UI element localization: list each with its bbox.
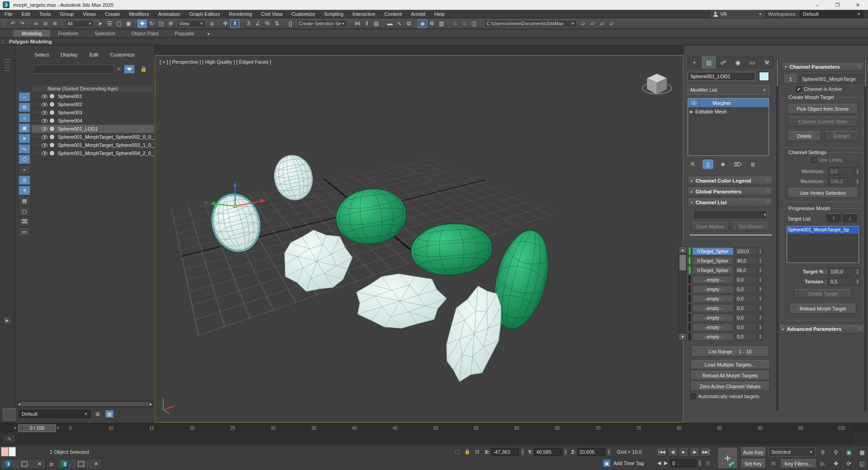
next-frame-icon[interactable]: |▶ xyxy=(689,447,699,456)
menu-rendering[interactable]: Rendering xyxy=(225,10,257,19)
capture-current-state-button[interactable]: Capture Current State xyxy=(788,117,858,127)
menu-customize[interactable]: Customize xyxy=(287,10,320,19)
channel-value-field[interactable]: 0,0 xyxy=(735,304,757,312)
table-row[interactable]: Sphere001_MorphTarget_Sphere004_2_0_L xyxy=(32,149,154,157)
layer-grid-icon[interactable]: ▦ xyxy=(105,410,114,418)
redo-icon[interactable]: ↷ xyxy=(18,19,27,28)
material-editor-icon[interactable]: ◉ xyxy=(418,19,427,28)
filter-button[interactable] xyxy=(124,65,135,74)
spinner-icon[interactable]: ▴▾ xyxy=(855,268,860,276)
maximize-button[interactable]: ❐ xyxy=(827,0,848,10)
display-misc-icon[interactable]: ▭ xyxy=(19,227,30,237)
scrollbar-thumb[interactable] xyxy=(21,402,149,406)
maxscript-mini-listener-white[interactable] xyxy=(9,447,16,456)
spinner-snap-icon[interactable]: ⇅ xyxy=(272,19,282,28)
polygon-modeling-panel[interactable]: Polygon Modeling xyxy=(6,39,52,44)
y-coordinate-field[interactable]: 40,585 xyxy=(534,448,562,456)
rollout-channel-list[interactable]: ▾ Channel List ⠿ xyxy=(688,197,773,207)
table-row[interactable]: Sphere001_MorphTarget_Sphere002_0_0_L xyxy=(32,133,154,141)
channel-name-button[interactable]: hTarget_Spher xyxy=(692,247,734,255)
object-dot-icon[interactable] xyxy=(50,135,54,139)
folder-import-icon[interactable]: ▱ xyxy=(607,19,616,28)
explorer-menu-display[interactable]: Display xyxy=(55,51,83,58)
menu-edit[interactable]: Edit xyxy=(17,10,35,19)
explorer-menu-customize[interactable]: Customize xyxy=(105,51,140,58)
selected-sphere[interactable] xyxy=(206,189,266,257)
time-slider-handle[interactable]: 0 / 100 xyxy=(18,424,56,432)
ribbon-tab-object-paint[interactable]: Object Paint xyxy=(123,30,167,37)
display-frozen-icon[interactable]: ▢ xyxy=(19,207,30,216)
object-dot-icon[interactable] xyxy=(50,143,54,147)
render-setup-icon[interactable]: ⚙ xyxy=(427,19,437,28)
object-dot-icon[interactable] xyxy=(50,110,54,115)
spinner-icon[interactable]: ▴▾ xyxy=(758,314,763,322)
perspective-viewport[interactable]: [ + ] [ Perspective ] [ High Quality ] [… xyxy=(155,55,684,423)
channel-name-button[interactable]: - empty - xyxy=(692,333,734,341)
display-cameras-icon[interactable]: ▣ xyxy=(19,123,30,133)
go-to-end-icon[interactable]: ▶▶| xyxy=(700,447,711,456)
zero-active-channel-values-button[interactable]: Zero Active Channel Values xyxy=(690,382,770,391)
rollout-channel-parameters[interactable]: ▾ Channel Parameters ⠿ xyxy=(782,62,864,71)
select-and-manipulate-icon[interactable]: ✜ xyxy=(221,19,230,28)
viewcube[interactable] xyxy=(642,74,671,94)
pin-stack-icon[interactable]: ⇱ xyxy=(688,160,698,169)
ribbon-tab-freeform[interactable]: Freeform xyxy=(50,30,87,37)
target-list-box[interactable]: Sphere001_MorphTarget_Sp xyxy=(787,226,859,263)
select-and-move-icon[interactable]: ✚ xyxy=(137,19,147,28)
scroll-left-icon[interactable]: ◀ xyxy=(18,402,20,406)
key-mode-toggle-icon[interactable]: ◷ xyxy=(703,459,712,467)
spinner-icon[interactable]: ▴▾ xyxy=(758,266,763,274)
current-frame-field[interactable]: 0 xyxy=(670,459,696,467)
selection-filter-dropdown[interactable]: All▼ xyxy=(65,20,94,28)
channel-value-field[interactable]: 0,0 xyxy=(735,323,757,331)
set-key-button[interactable]: Set Key xyxy=(741,459,766,468)
menu-content[interactable]: Content xyxy=(380,10,406,19)
delete-target-button[interactable]: Delete Target xyxy=(794,289,852,298)
rectangular-selection-icon[interactable]: ▢ xyxy=(114,19,124,28)
absolute-mode-icon[interactable]: ⊡ xyxy=(473,447,481,456)
maximum-field[interactable]: 100,0 xyxy=(828,177,854,185)
go-to-start-icon[interactable]: |◀◀ xyxy=(656,447,667,456)
search-input[interactable] xyxy=(33,65,114,74)
close-icon[interactable]: ✕ xyxy=(94,461,98,467)
render-production-icon[interactable]: ♨ xyxy=(450,19,460,28)
use-limits-checkbox[interactable] xyxy=(811,157,816,163)
modifier-visibility-icon[interactable] xyxy=(691,101,697,105)
target-pct-field[interactable]: 100,0 xyxy=(828,268,854,276)
extract-button[interactable]: Extract xyxy=(825,131,858,141)
explorer-menu-select[interactable]: Select xyxy=(29,51,54,58)
set-keys-button[interactable]: ＋ xyxy=(717,447,738,469)
make-unique-icon[interactable]: ❖ xyxy=(717,160,728,169)
angle-snap-icon[interactable]: ∠ xyxy=(253,19,263,28)
layer-color-swatch[interactable] xyxy=(3,408,15,421)
channel-value-field[interactable]: 0,0 xyxy=(735,314,757,322)
display-geometry-icon[interactable]: ○ xyxy=(19,92,30,102)
menu-graph-editors[interactable]: Graph Editors xyxy=(185,10,225,19)
tension-field[interactable]: 0,5 xyxy=(828,277,854,286)
spinner-icon[interactable]: ▴▾ xyxy=(758,276,763,284)
display-lights-icon[interactable]: ☼ xyxy=(19,113,30,122)
configure-modifier-sets-icon[interactable]: ≣ xyxy=(747,160,758,169)
modifier-stack-item[interactable]: ▶Editable Mesh xyxy=(688,107,769,116)
show-end-result-icon[interactable]: ▯ xyxy=(703,160,713,169)
object-dot-icon[interactable] xyxy=(50,102,54,107)
reference-coordinate-dropdown[interactable]: View▼ xyxy=(177,20,206,28)
folder-open-icon[interactable]: ▱ xyxy=(588,19,597,28)
key-selection-dropdown[interactable]: Selected ▼ xyxy=(769,447,816,456)
visibility-eye-icon[interactable] xyxy=(42,111,47,115)
channel-value-field[interactable]: 100,0 xyxy=(735,247,757,255)
spinner-icon[interactable]: ▴▾ xyxy=(855,177,860,185)
project-folder-dropdown[interactable]: C:\Users\virinne\Documents\3dsMax▼ xyxy=(484,20,577,28)
menu-create[interactable]: Create xyxy=(100,10,124,19)
panel-grip[interactable] xyxy=(5,59,10,73)
layer-list-icon[interactable]: ≣ xyxy=(93,410,102,418)
reload-all-morph-targets-button[interactable]: Reload All Morph Targets xyxy=(690,371,770,380)
active-layer-dropdown[interactable]: Default ▼ xyxy=(19,410,90,418)
previous-key-icon[interactable]: ◀ xyxy=(656,459,662,467)
maxscript-mini-listener-pink[interactable] xyxy=(1,447,9,456)
mini-curve-editor-icon[interactable]: ∿ xyxy=(3,434,15,443)
schematic-view-icon[interactable]: ⧉ xyxy=(404,19,414,28)
horizontal-scrollbar[interactable]: ◀ ▶ xyxy=(17,401,153,407)
modifier-list-dropdown[interactable]: Modifier List ▼ xyxy=(688,85,769,94)
tab-hierarchy[interactable]: ☍ xyxy=(717,56,730,68)
